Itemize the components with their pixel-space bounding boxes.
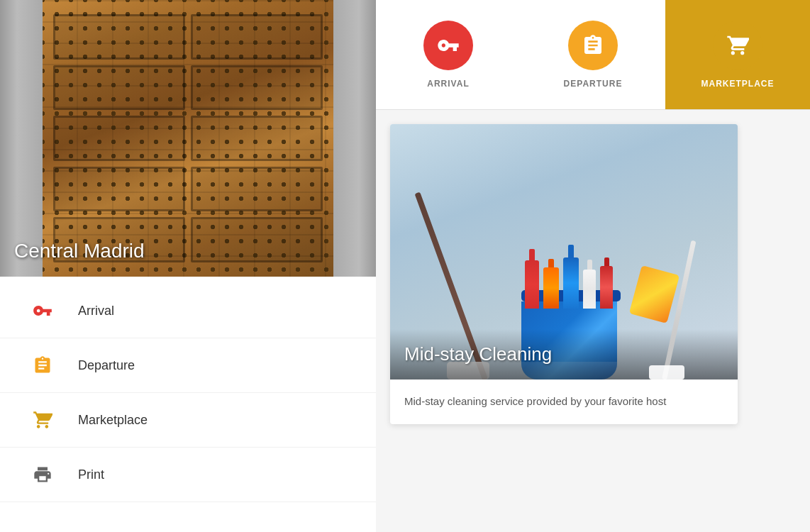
tab-arrival-label: ARRIVAL (427, 79, 469, 89)
product-image: Mid-stay Cleaning (390, 124, 738, 379)
tab-arrival-circle (423, 21, 473, 70)
product-card: Mid-stay Cleaning Mid-stay cleaning serv… (390, 124, 738, 424)
left-panel: Central Madrid Arrival Departure (0, 0, 376, 532)
tab-marketplace[interactable]: MARKETPLACE (665, 0, 810, 109)
tabs-bar: ARRIVAL DEPARTURE MARKETPLACE (376, 0, 810, 110)
nav-item-print[interactable]: Print (0, 448, 376, 502)
nav-list: Arrival Departure Marketplace (0, 277, 376, 532)
print-icon (28, 460, 57, 489)
nav-item-arrival[interactable]: Arrival (0, 284, 376, 338)
tab-marketplace-circle (713, 21, 762, 70)
key-icon (28, 297, 57, 325)
cart-icon (28, 406, 57, 434)
product-title: Mid-stay Cleaning (390, 329, 738, 379)
hero-title: Central Madrid (14, 240, 145, 262)
tab-departure-circle (568, 21, 618, 70)
tab-arrival[interactable]: ARRIVAL (376, 0, 521, 109)
clipboard-icon (28, 351, 57, 379)
content-area: Mid-stay Cleaning Mid-stay cleaning serv… (376, 110, 810, 532)
nav-label-arrival: Arrival (78, 304, 114, 318)
nav-label-print: Print (78, 467, 104, 482)
hero-image: Central Madrid (0, 0, 376, 277)
nav-item-departure[interactable]: Departure (0, 338, 376, 393)
right-panel: ARRIVAL DEPARTURE MARKETPLACE (376, 0, 810, 532)
tab-departure[interactable]: DEPARTURE (521, 0, 665, 109)
tab-departure-label: DEPARTURE (564, 79, 623, 89)
tab-marketplace-label: MARKETPLACE (701, 79, 775, 89)
nav-label-marketplace: Marketplace (78, 413, 148, 428)
nav-label-departure: Departure (78, 358, 135, 373)
nav-item-marketplace[interactable]: Marketplace (0, 393, 376, 448)
product-description: Mid-stay cleaning service provided by yo… (390, 379, 738, 424)
